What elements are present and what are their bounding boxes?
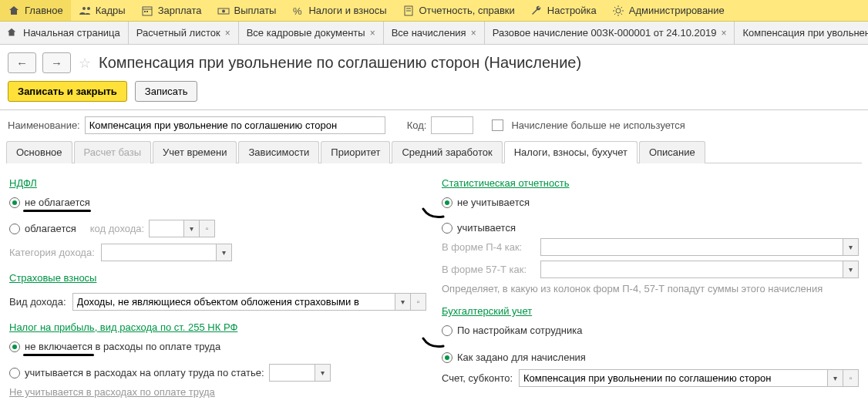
calendar-icon — [141, 5, 153, 17]
right-column: Статистическая отчетность не учитывается… — [442, 171, 859, 398]
radio-icon — [442, 352, 453, 363]
p57-combo[interactable]: ▾ — [540, 261, 859, 278]
menu-cash[interactable]: Выплаты — [210, 0, 284, 21]
profit-opt-included[interactable]: учитывается в расходах на оплату труда п… — [9, 364, 426, 382]
profit-tax-group-title[interactable]: Налог на прибыль, вид расхода по ст. 255… — [9, 321, 237, 333]
acc-opt-as-set[interactable]: Как задано для начисления — [442, 352, 859, 363]
title-bar: ← → ☆ Компенсация при увольнение по согл… — [0, 45, 868, 78]
inner-tab[interactable]: Средний заработок — [392, 141, 502, 163]
account-input[interactable] — [519, 369, 828, 387]
inner-tab[interactable]: Зависимости — [238, 141, 319, 163]
ndfl-opt-not-taxed[interactable]: не облагается — [9, 197, 426, 208]
gear-icon — [612, 5, 624, 17]
close-icon[interactable]: × — [721, 28, 726, 39]
menu-label: Администрирование — [629, 5, 725, 16]
doc-tab-label: Компенсация при увольнен — [742, 27, 868, 39]
hand-underline-icon — [23, 354, 94, 356]
menu-label: Налоги и взносы — [308, 5, 386, 16]
income-code-input[interactable] — [149, 220, 184, 237]
dropdown-icon[interactable]: ▾ — [828, 369, 843, 387]
ndfl-opt-taxed[interactable]: облагается код дохода: ▾ ▫ — [9, 220, 426, 237]
svg-rect-2 — [144, 11, 146, 12]
tab-home-label: Начальная страница — [23, 27, 120, 39]
favorite-icon[interactable]: ☆ — [77, 55, 93, 72]
open-icon[interactable]: ▫ — [843, 369, 859, 387]
p57-input[interactable] — [540, 261, 843, 278]
stat-group-title[interactable]: Статистическая отчетность — [442, 177, 570, 189]
accounting-group-title[interactable]: Бухгалтерский учет — [442, 305, 532, 317]
inner-tab[interactable]: Описание — [639, 141, 705, 163]
doc-tab[interactable]: Расчетный листок× — [129, 22, 239, 44]
inner-tab[interactable]: Налоги, взносы, бухучет — [504, 141, 638, 163]
acc-opt-by-employee[interactable]: По настройкам сотрудника — [442, 325, 859, 336]
document-tabs: Начальная страница Расчетный листок×Все … — [0, 22, 868, 45]
menu-people[interactable]: Кадры — [71, 0, 133, 21]
menu-report[interactable]: Отчетность, справки — [395, 0, 523, 21]
dropdown-icon[interactable]: ▾ — [843, 238, 859, 256]
svg-rect-3 — [146, 11, 148, 12]
radio-icon — [9, 224, 20, 234]
profit-opt-not-included[interactable]: не включается в расходы по оплате труда — [9, 341, 426, 352]
inner-tab[interactable]: Учет времени — [153, 141, 237, 163]
menu-label: Отчетность, справки — [419, 5, 515, 16]
dropdown-icon[interactable]: ▾ — [395, 293, 411, 311]
name-input[interactable] — [85, 116, 385, 134]
p4-combo[interactable]: ▾ — [540, 238, 859, 256]
income-code-combo[interactable]: ▾ ▫ — [149, 220, 215, 237]
ndfl-group-title[interactable]: НДФЛ — [9, 177, 37, 189]
save-and-close-button[interactable]: Записать и закрыть — [8, 81, 127, 102]
inner-tab: Расчет базы — [74, 141, 152, 163]
doc-tab[interactable]: Разовое начисление 00ЗК-000001 от 24.10.… — [485, 22, 735, 44]
doc-tab-label: Все кадровые документы — [247, 27, 365, 39]
dropdown-icon[interactable]: ▾ — [315, 364, 331, 382]
radio-icon — [442, 197, 453, 208]
inner-tab[interactable]: Основное — [6, 141, 72, 163]
income-category-input[interactable] — [101, 244, 217, 261]
close-icon[interactable]: × — [370, 28, 375, 39]
acc-opt2-label: Как задано для начисления — [457, 352, 586, 363]
stat-opt2-label: учитывается — [457, 222, 516, 234]
percent-icon: % — [291, 5, 304, 17]
income-type-combo[interactable]: ▾ ▫ — [72, 293, 426, 311]
menu-home[interactable]: Главное — [0, 0, 71, 21]
unused-checkbox[interactable] — [492, 119, 503, 131]
nav-forward-button[interactable]: → — [42, 52, 71, 73]
open-icon[interactable]: ▫ — [411, 293, 426, 311]
code-input[interactable] — [431, 116, 473, 134]
nav-back-button[interactable]: ← — [8, 52, 36, 73]
tab-home[interactable]: Начальная страница — [0, 22, 129, 44]
stat-opt-counted[interactable]: учитывается — [442, 222, 859, 234]
radio-icon — [442, 325, 453, 336]
radio-icon — [9, 197, 20, 208]
open-icon[interactable]: ▫ — [200, 220, 215, 237]
menu-percent[interactable]: %Налоги и взносы — [284, 0, 394, 21]
income-category-combo[interactable]: ▾ — [101, 244, 232, 261]
profit-article-combo[interactable]: ▾ — [269, 364, 331, 382]
insurance-group-title[interactable]: Страховые взносы — [9, 272, 96, 284]
ndfl-opt1-label: не облагается — [25, 197, 90, 208]
inner-tab[interactable]: Приоритет — [321, 141, 390, 163]
doc-tab[interactable]: Все начисления× — [384, 22, 485, 44]
p4-input[interactable] — [540, 238, 843, 256]
menu-wrench[interactable]: Настройка — [523, 0, 604, 21]
doc-tab-label: Разовое начисление 00ЗК-000001 от 24.10.… — [493, 27, 717, 39]
doc-tab[interactable]: Компенсация при увольнен× — [735, 22, 868, 44]
close-icon[interactable]: × — [471, 28, 476, 39]
dropdown-icon[interactable]: ▾ — [184, 220, 200, 237]
stat-hint: Определяет, в какую из колонок форм П-4,… — [442, 283, 859, 294]
dropdown-icon[interactable]: ▾ — [217, 244, 232, 261]
svg-point-5 — [222, 9, 225, 12]
doc-tab[interactable]: Все кадровые документы× — [239, 22, 384, 44]
menu-gear[interactable]: Администрирование — [604, 0, 732, 21]
wrench-icon — [530, 5, 543, 17]
home-icon — [8, 5, 20, 17]
profit-note-link[interactable]: Не учитывается в расходах по оплате труд… — [9, 386, 426, 398]
menu-calendar[interactable]: Зарплата — [133, 0, 210, 21]
profit-article-input[interactable] — [269, 364, 315, 382]
save-button[interactable]: Записать — [135, 81, 198, 102]
income-type-input[interactable] — [72, 293, 395, 311]
radio-icon — [442, 223, 453, 234]
close-icon[interactable]: × — [225, 28, 230, 39]
dropdown-icon[interactable]: ▾ — [843, 261, 859, 278]
account-combo[interactable]: ▾ ▫ — [519, 369, 859, 387]
